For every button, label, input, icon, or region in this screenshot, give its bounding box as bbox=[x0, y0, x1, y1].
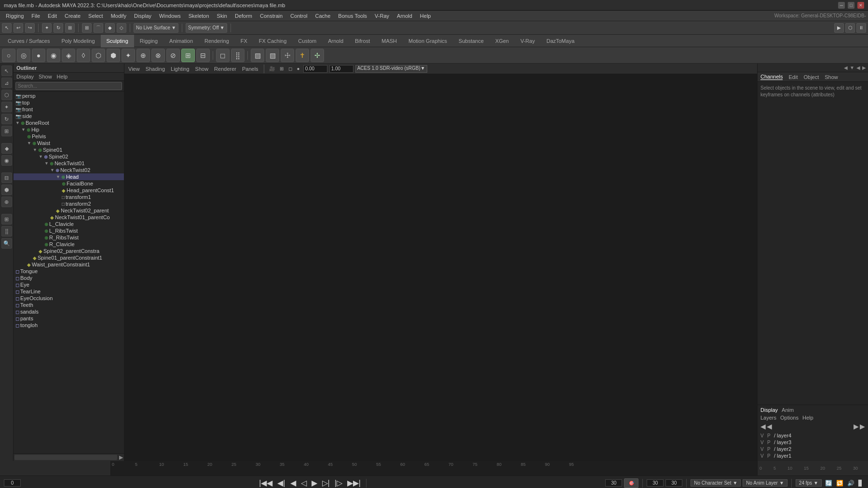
vp-field-2[interactable] bbox=[329, 65, 353, 73]
maximize-btn[interactable]: □ bbox=[848, 2, 854, 9]
make-live-btn[interactable]: ⊕ bbox=[1, 197, 12, 207]
tab-fx-caching[interactable]: FX Caching bbox=[253, 35, 292, 47]
tree-item-spine02parent[interactable]: ◆ Spine02_parentConstra bbox=[14, 248, 124, 254]
menu-windows[interactable]: Windows bbox=[155, 12, 185, 20]
layer-next2-btn[interactable]: ▶ bbox=[860, 422, 865, 430]
sculpt-smooth-btn[interactable]: ◉ bbox=[47, 49, 60, 62]
sculpt-fill-btn[interactable]: ⊞ bbox=[181, 49, 195, 62]
tree-item-top[interactable]: 📷 top bbox=[14, 99, 124, 106]
snap-btn[interactable]: ◆ bbox=[1, 143, 12, 154]
tab-rendering[interactable]: Rendering bbox=[199, 35, 235, 47]
tree-item-lclavicle[interactable]: ⊕ L_Clavicle bbox=[14, 221, 124, 227]
snap-surface-btn[interactable]: ◇ bbox=[117, 23, 126, 33]
sculpt-sphere-btn[interactable]: ● bbox=[32, 49, 45, 62]
move-tool-btn[interactable]: ✦ bbox=[42, 23, 52, 33]
snap-grid-btn[interactable]: ⊞ bbox=[82, 23, 92, 33]
tree-item-pelvis[interactable]: ⊕ Pelvis bbox=[14, 133, 124, 140]
jump-start-btn[interactable]: |◀◀ bbox=[258, 478, 274, 488]
vp-menu-shading[interactable]: Shading bbox=[144, 66, 167, 72]
menu-rigging[interactable]: Rigging bbox=[2, 12, 27, 20]
tree-item-necktwist01[interactable]: ▼ ⊕ NeckTwist01 bbox=[14, 160, 124, 167]
tab-daztomaya[interactable]: DazToMaya bbox=[541, 35, 580, 47]
tree-item-rclavicle[interactable]: ⊕ R_Clavicle bbox=[14, 241, 124, 248]
sculpt-knife-btn[interactable]: ⊟ bbox=[196, 49, 210, 62]
snap-point-btn[interactable]: ◆ bbox=[105, 23, 115, 33]
tab-poly-modeling[interactable]: Poly Modeling bbox=[55, 35, 100, 47]
display-tab-anim[interactable]: Anim bbox=[782, 407, 794, 413]
tree-item-side[interactable]: 📷 side bbox=[14, 113, 124, 119]
sculpt-falloff-btn[interactable]: ◻ bbox=[216, 49, 230, 62]
tab-fx[interactable]: FX bbox=[235, 35, 253, 47]
menu-skin[interactable]: Skin bbox=[213, 12, 231, 20]
menu-control[interactable]: Control bbox=[286, 12, 311, 20]
sculpt-cross-btn[interactable]: ✝ bbox=[296, 49, 309, 62]
sculpt-grab-btn[interactable]: ◈ bbox=[62, 49, 75, 62]
search-scene-btn[interactable]: 🔍 bbox=[1, 238, 12, 249]
tree-item-persp[interactable]: 📷 persp bbox=[14, 92, 124, 99]
rotate-tool-btn[interactable]: ↻ bbox=[54, 23, 63, 33]
layer2-name[interactable]: / layer2 bbox=[774, 446, 865, 452]
ch-tab-edit[interactable]: Edit bbox=[788, 74, 798, 80]
fps-dropdown[interactable]: 24 fps▼ bbox=[796, 479, 822, 487]
tree-item-head[interactable]: ▼ ⊕ Head bbox=[14, 173, 124, 180]
minimize-btn[interactable]: ─ bbox=[838, 2, 845, 9]
menu-cache[interactable]: Cache bbox=[312, 12, 335, 20]
tab-motion-graphics[interactable]: Motion Graphics bbox=[403, 35, 453, 47]
menu-help[interactable]: Help bbox=[416, 12, 435, 20]
vp-menu-panels[interactable]: Panels bbox=[240, 66, 260, 72]
tab-curves-surfaces[interactable]: Curves / Surfaces bbox=[2, 35, 55, 47]
vp-grid-btn[interactable]: ⊞ bbox=[278, 66, 285, 71]
menu-constrain[interactable]: Constrain bbox=[256, 12, 286, 20]
vp-cam-btn[interactable]: 🎥 bbox=[268, 66, 276, 71]
tree-item-eyeocclusion[interactable]: ◻ EyeOcclusion bbox=[14, 295, 124, 302]
timeline-numbers[interactable]: 0 5 10 15 20 25 30 35 40 45 50 55 60 65 … bbox=[111, 461, 757, 475]
snap-curve-btn[interactable]: ⌒ bbox=[94, 23, 103, 33]
sculpt-wax-btn[interactable]: ⊗ bbox=[151, 49, 165, 62]
paint-weights-btn[interactable]: ⬢ bbox=[1, 185, 12, 195]
tree-item-hip[interactable]: ▼ ⊕ Hip bbox=[14, 126, 124, 133]
rotate-btn[interactable]: ↻ bbox=[1, 114, 12, 124]
play-back-btn[interactable]: ◁ bbox=[299, 478, 308, 488]
layer-prev-btn[interactable]: ◀ bbox=[760, 422, 766, 430]
grid-btn[interactable]: ⣿ bbox=[1, 226, 12, 237]
outliner-nav-display[interactable]: Display bbox=[16, 74, 34, 79]
tab-mash[interactable]: MASH bbox=[376, 35, 403, 47]
step-back-btn[interactable]: ◀| bbox=[276, 478, 286, 488]
tree-item-transform2[interactable]: □ transform2 bbox=[14, 200, 124, 207]
menu-bonus-tools[interactable]: Bonus Tools bbox=[334, 12, 371, 20]
no-anim-dropdown[interactable]: No Anim Layer▼ bbox=[743, 479, 787, 487]
jump-end-btn[interactable]: ▶▶| bbox=[346, 478, 362, 488]
layer1-name[interactable]: / layer1 bbox=[774, 453, 865, 459]
tab-substance[interactable]: Substance bbox=[453, 35, 489, 47]
layers-subtab-help[interactable]: Help bbox=[802, 415, 814, 421]
vp-field-1[interactable] bbox=[303, 65, 327, 73]
tab-sculpting[interactable]: Sculpting bbox=[101, 35, 134, 47]
tree-item-tearline[interactable]: ◻ TearLine bbox=[14, 288, 124, 295]
layer3-name[interactable]: / layer3 bbox=[774, 439, 865, 445]
sculpt-repeat-btn[interactable]: ⊕ bbox=[136, 49, 150, 62]
tab-bifrost[interactable]: Bifrost bbox=[349, 35, 376, 47]
scale-tool-btn[interactable]: ⊞ bbox=[65, 23, 75, 33]
tree-item-waistparent[interactable]: ◆ Waist_parentConstraint1 bbox=[14, 261, 124, 268]
pause-btn[interactable]: ⏸ bbox=[856, 23, 866, 33]
display-tab-display[interactable]: Display bbox=[760, 407, 778, 413]
sculpt-pinch-btn[interactable]: ◊ bbox=[77, 49, 90, 62]
tree-item-body[interactable]: ◻ Body bbox=[14, 275, 124, 281]
menu-file[interactable]: File bbox=[27, 12, 44, 20]
symmetry-dropdown[interactable]: Symmetry: Off▼ bbox=[186, 23, 227, 33]
menu-create[interactable]: Create bbox=[61, 12, 84, 20]
menu-vray[interactable]: V-Ray bbox=[371, 12, 393, 20]
scale-btn[interactable]: ⊞ bbox=[1, 126, 12, 136]
outliner-search-input[interactable] bbox=[15, 82, 122, 90]
sculpt-mirror-btn[interactable]: ✢ bbox=[311, 49, 324, 62]
vol-btn[interactable]: ▊ bbox=[857, 480, 864, 487]
ipr-btn[interactable]: ⬡ bbox=[845, 23, 855, 33]
vp-wireframe-btn[interactable]: ◻ bbox=[287, 66, 294, 71]
tree-item-necktwist02parent[interactable]: ◆ NeckTwist02_parent bbox=[14, 207, 124, 214]
tree-item-boneroot[interactable]: ▼ ⊕ BoneRoot bbox=[14, 119, 124, 126]
vp-menu-show[interactable]: Show bbox=[193, 66, 211, 72]
tree-item-transform1[interactable]: □ transform1 bbox=[14, 194, 124, 200]
menu-select[interactable]: Select bbox=[84, 12, 107, 20]
tree-item-tongue[interactable]: ◻ Tongue bbox=[14, 268, 124, 275]
menu-edit[interactable]: Edit bbox=[44, 12, 61, 20]
